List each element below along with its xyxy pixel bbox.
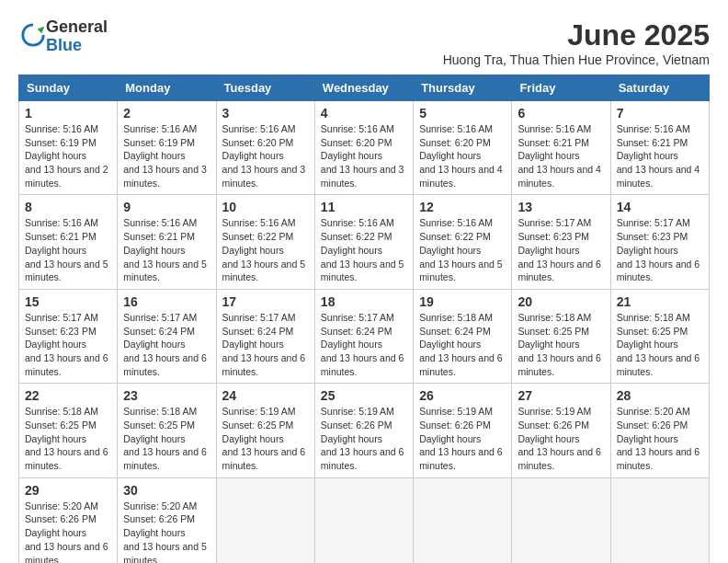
day-number: 22 bbox=[25, 388, 111, 403]
title-block: June 2025 Huong Tra, Thua Thien Hue Prov… bbox=[443, 18, 710, 67]
day-info: Sunrise: 5:17 AMSunset: 6:24 PMDaylight … bbox=[123, 311, 210, 378]
logo: General Blue bbox=[18, 18, 108, 55]
day-number: 28 bbox=[617, 388, 703, 403]
day-info: Sunrise: 5:18 AMSunset: 6:25 PMDaylight … bbox=[25, 405, 111, 472]
day-number: 2 bbox=[123, 106, 210, 121]
location: Huong Tra, Thua Thien Hue Province, Viet… bbox=[443, 52, 710, 67]
day-number: 26 bbox=[419, 388, 506, 403]
day-info: Sunrise: 5:18 AMSunset: 6:25 PMDaylight … bbox=[617, 311, 703, 378]
calendar-cell: 25 Sunrise: 5:19 AMSunset: 6:26 PMDaylig… bbox=[314, 384, 413, 477]
logo-icon bbox=[20, 22, 46, 48]
day-info: Sunrise: 5:19 AMSunset: 6:25 PMDaylight … bbox=[222, 405, 309, 472]
day-info: Sunrise: 5:16 AMSunset: 6:21 PMDaylight … bbox=[518, 122, 604, 190]
calendar-cell: 17 Sunrise: 5:17 AMSunset: 6:24 PMDaylig… bbox=[216, 289, 314, 383]
day-number: 23 bbox=[123, 388, 210, 403]
calendar-cell: 3 Sunrise: 5:16 AMSunset: 6:20 PMDayligh… bbox=[216, 101, 314, 195]
day-number: 12 bbox=[419, 200, 506, 214]
day-number: 30 bbox=[123, 483, 210, 498]
calendar-cell: 13 Sunrise: 5:17 AMSunset: 6:23 PMDaylig… bbox=[512, 195, 610, 289]
day-info: Sunrise: 5:16 AMSunset: 6:21 PMDaylight … bbox=[123, 216, 210, 283]
calendar-cell: 11 Sunrise: 5:16 AMSunset: 6:22 PMDaylig… bbox=[314, 195, 413, 289]
calendar-cell: 21 Sunrise: 5:18 AMSunset: 6:25 PMDaylig… bbox=[610, 289, 709, 383]
day-number: 5 bbox=[419, 106, 506, 121]
page-header: General Blue June 2025 Huong Tra, Thua T… bbox=[18, 18, 710, 67]
week-row-2: 15 Sunrise: 5:17 AMSunset: 6:23 PMDaylig… bbox=[19, 289, 710, 383]
logo-blue: Blue bbox=[46, 36, 82, 54]
day-info: Sunrise: 5:17 AMSunset: 6:23 PMDaylight … bbox=[617, 216, 703, 283]
week-row-1: 8 Sunrise: 5:16 AMSunset: 6:21 PMDayligh… bbox=[19, 195, 710, 289]
month-title: June 2025 bbox=[443, 18, 710, 52]
day-header-saturday: Saturday bbox=[610, 75, 709, 101]
calendar-cell bbox=[216, 477, 314, 563]
calendar-cell: 28 Sunrise: 5:20 AMSunset: 6:26 PMDaylig… bbox=[610, 384, 709, 477]
day-header-monday: Monday bbox=[118, 75, 216, 101]
day-number: 15 bbox=[25, 294, 111, 309]
day-info: Sunrise: 5:17 AMSunset: 6:23 PMDaylight … bbox=[25, 311, 111, 378]
calendar-cell: 14 Sunrise: 5:17 AMSunset: 6:23 PMDaylig… bbox=[610, 195, 709, 289]
day-number: 8 bbox=[25, 200, 111, 214]
logo-general: General bbox=[46, 17, 108, 36]
calendar-cell: 19 Sunrise: 5:18 AMSunset: 6:24 PMDaylig… bbox=[414, 289, 512, 383]
day-info: Sunrise: 5:16 AMSunset: 6:22 PMDaylight … bbox=[321, 216, 407, 283]
day-number: 20 bbox=[518, 294, 604, 309]
calendar-cell bbox=[512, 477, 610, 563]
day-number: 4 bbox=[321, 106, 407, 121]
calendar-cell: 8 Sunrise: 5:16 AMSunset: 6:21 PMDayligh… bbox=[19, 195, 118, 289]
day-number: 13 bbox=[518, 200, 604, 214]
calendar-cell: 27 Sunrise: 5:19 AMSunset: 6:26 PMDaylig… bbox=[512, 384, 610, 477]
calendar-cell: 24 Sunrise: 5:19 AMSunset: 6:25 PMDaylig… bbox=[216, 384, 314, 477]
day-header-tuesday: Tuesday bbox=[216, 75, 314, 101]
calendar-cell: 26 Sunrise: 5:19 AMSunset: 6:26 PMDaylig… bbox=[414, 384, 512, 477]
calendar-cell: 6 Sunrise: 5:16 AMSunset: 6:21 PMDayligh… bbox=[512, 101, 610, 195]
day-info: Sunrise: 5:16 AMSunset: 6:20 PMDaylight … bbox=[419, 122, 506, 190]
day-info: Sunrise: 5:16 AMSunset: 6:22 PMDaylight … bbox=[222, 216, 309, 283]
calendar-cell: 5 Sunrise: 5:16 AMSunset: 6:20 PMDayligh… bbox=[414, 101, 512, 195]
day-info: Sunrise: 5:17 AMSunset: 6:24 PMDaylight … bbox=[321, 311, 407, 378]
calendar-cell: 20 Sunrise: 5:18 AMSunset: 6:25 PMDaylig… bbox=[512, 289, 610, 383]
day-number: 10 bbox=[222, 200, 309, 214]
day-header-wednesday: Wednesday bbox=[314, 75, 413, 101]
calendar-body: 1 Sunrise: 5:16 AMSunset: 6:19 PMDayligh… bbox=[19, 101, 710, 564]
day-info: Sunrise: 5:16 AMSunset: 6:19 PMDaylight … bbox=[25, 122, 111, 190]
day-header-friday: Friday bbox=[512, 75, 610, 101]
calendar-cell bbox=[414, 477, 512, 563]
day-number: 25 bbox=[321, 388, 407, 403]
day-info: Sunrise: 5:18 AMSunset: 6:25 PMDaylight … bbox=[123, 405, 210, 472]
calendar-cell: 10 Sunrise: 5:16 AMSunset: 6:22 PMDaylig… bbox=[216, 195, 314, 289]
calendar-cell: 23 Sunrise: 5:18 AMSunset: 6:25 PMDaylig… bbox=[118, 384, 216, 477]
calendar-cell: 7 Sunrise: 5:16 AMSunset: 6:21 PMDayligh… bbox=[610, 101, 709, 195]
calendar-cell: 18 Sunrise: 5:17 AMSunset: 6:24 PMDaylig… bbox=[314, 289, 413, 383]
calendar-cell: 1 Sunrise: 5:16 AMSunset: 6:19 PMDayligh… bbox=[19, 101, 118, 195]
day-info: Sunrise: 5:19 AMSunset: 6:26 PMDaylight … bbox=[518, 405, 604, 472]
day-info: Sunrise: 5:18 AMSunset: 6:25 PMDaylight … bbox=[518, 311, 604, 378]
day-number: 24 bbox=[222, 388, 309, 403]
day-info: Sunrise: 5:16 AMSunset: 6:21 PMDaylight … bbox=[617, 122, 703, 190]
day-number: 19 bbox=[419, 294, 506, 309]
day-info: Sunrise: 5:19 AMSunset: 6:26 PMDaylight … bbox=[419, 405, 506, 472]
day-info: Sunrise: 5:19 AMSunset: 6:26 PMDaylight … bbox=[321, 405, 407, 472]
week-row-3: 22 Sunrise: 5:18 AMSunset: 6:25 PMDaylig… bbox=[19, 384, 710, 477]
calendar-cell: 16 Sunrise: 5:17 AMSunset: 6:24 PMDaylig… bbox=[118, 289, 216, 383]
calendar-cell bbox=[314, 477, 413, 563]
day-number: 9 bbox=[123, 200, 210, 214]
day-number: 7 bbox=[617, 106, 703, 121]
day-info: Sunrise: 5:16 AMSunset: 6:19 PMDaylight … bbox=[123, 122, 210, 190]
day-number: 16 bbox=[123, 294, 210, 309]
day-number: 29 bbox=[25, 483, 111, 498]
day-info: Sunrise: 5:20 AMSunset: 6:26 PMDaylight … bbox=[617, 405, 703, 472]
calendar-cell: 15 Sunrise: 5:17 AMSunset: 6:23 PMDaylig… bbox=[19, 289, 118, 383]
day-info: Sunrise: 5:16 AMSunset: 6:21 PMDaylight … bbox=[25, 216, 111, 283]
day-number: 3 bbox=[222, 106, 309, 121]
calendar-cell: 22 Sunrise: 5:18 AMSunset: 6:25 PMDaylig… bbox=[19, 384, 118, 477]
day-header-sunday: Sunday bbox=[19, 75, 118, 101]
day-number: 1 bbox=[25, 106, 111, 121]
day-number: 18 bbox=[321, 294, 407, 309]
day-number: 17 bbox=[222, 294, 309, 309]
day-info: Sunrise: 5:17 AMSunset: 6:23 PMDaylight … bbox=[518, 216, 604, 283]
day-number: 21 bbox=[617, 294, 703, 309]
day-number: 11 bbox=[321, 200, 407, 214]
day-info: Sunrise: 5:20 AMSunset: 6:26 PMDaylight … bbox=[123, 500, 210, 563]
calendar-cell: 12 Sunrise: 5:16 AMSunset: 6:22 PMDaylig… bbox=[414, 195, 512, 289]
calendar-cell: 9 Sunrise: 5:16 AMSunset: 6:21 PMDayligh… bbox=[118, 195, 216, 289]
day-info: Sunrise: 5:20 AMSunset: 6:26 PMDaylight … bbox=[25, 500, 111, 563]
